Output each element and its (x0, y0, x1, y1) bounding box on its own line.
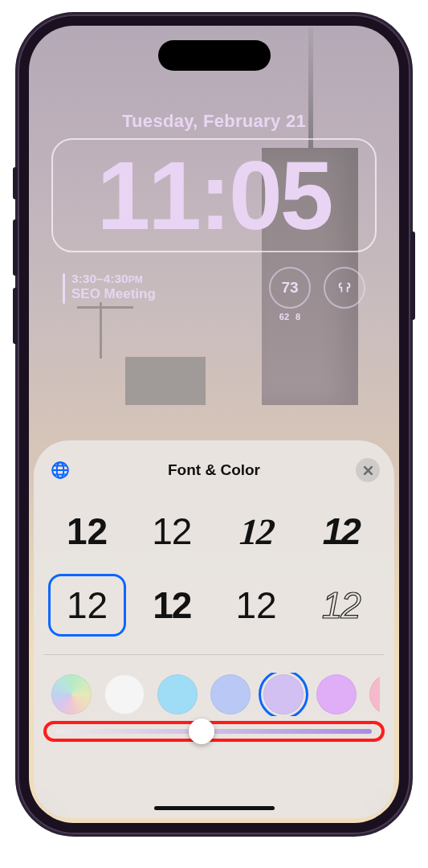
slider-track[interactable] (56, 729, 372, 734)
font-option-1[interactable]: 12 (132, 500, 210, 563)
color-swatch-pink[interactable] (369, 674, 380, 714)
weather-high: 8 (296, 312, 300, 321)
font-option-6[interactable]: 12 (218, 574, 296, 637)
calendar-bar-icon (63, 273, 65, 304)
weather-widget[interactable]: 73 62 8 (269, 267, 311, 309)
airpods-icon (336, 279, 353, 297)
font-option-0[interactable]: 12 (48, 500, 126, 563)
calendar-ampm: PM (128, 274, 143, 285)
font-option-2[interactable]: 12 (215, 500, 298, 563)
color-swatch-rainbow[interactable] (51, 674, 92, 714)
calendar-time-range: 3:30–4:30 (71, 272, 128, 285)
color-swatch-purple[interactable] (316, 674, 357, 714)
globe-button[interactable] (48, 458, 72, 482)
silent-switch (13, 167, 18, 199)
slider-thumb[interactable] (189, 719, 214, 744)
screen: Tuesday, February 21 11:05 3:30–4:30PM S… (29, 26, 399, 823)
iphone-frame: Tuesday, February 21 11:05 3:30–4:30PM S… (18, 14, 410, 834)
color-swatch-blue[interactable] (210, 674, 251, 714)
font-color-sheet: Font & Color 1212121212121212 (34, 440, 394, 818)
lockscreen-widgets[interactable]: 3:30–4:30PM SEO Meeting 73 62 8 (63, 264, 365, 312)
volume-down-button (13, 288, 18, 344)
divider (43, 654, 385, 655)
sheet-title: Font & Color (168, 461, 260, 479)
close-button[interactable] (356, 458, 380, 482)
font-option-3[interactable]: 12 (302, 500, 380, 563)
color-swatch-white[interactable] (104, 674, 145, 714)
font-option-4[interactable]: 12 (48, 574, 126, 637)
color-swatch-lavender[interactable] (263, 674, 304, 714)
dynamic-island (158, 40, 271, 71)
font-option-5[interactable]: 12 (132, 574, 210, 637)
weather-low: 62 (279, 312, 289, 321)
wallpaper-building (125, 357, 206, 405)
color-swatch-sky[interactable] (157, 674, 198, 714)
weather-temp: 73 (281, 279, 298, 297)
color-intensity-slider[interactable] (48, 729, 380, 734)
globe-icon (50, 460, 71, 481)
lockscreen-clock-frame[interactable]: 11:05 (51, 138, 377, 252)
lockscreen-clock: 11:05 (97, 147, 332, 244)
wallpaper-spire (308, 27, 313, 156)
font-option-7[interactable]: 12 (302, 574, 380, 637)
airpods-widget[interactable] (324, 267, 365, 309)
calendar-title: SEO Meeting (71, 286, 156, 302)
close-icon (363, 465, 373, 476)
volume-up-button (13, 219, 18, 276)
font-grid: 1212121212121212 (48, 500, 380, 637)
lockscreen-date[interactable]: Tuesday, February 21 (29, 111, 399, 132)
power-button (410, 231, 415, 320)
color-swatch-row[interactable] (48, 673, 380, 716)
home-indicator[interactable] (154, 806, 275, 810)
calendar-widget[interactable]: 3:30–4:30PM SEO Meeting (63, 272, 156, 304)
